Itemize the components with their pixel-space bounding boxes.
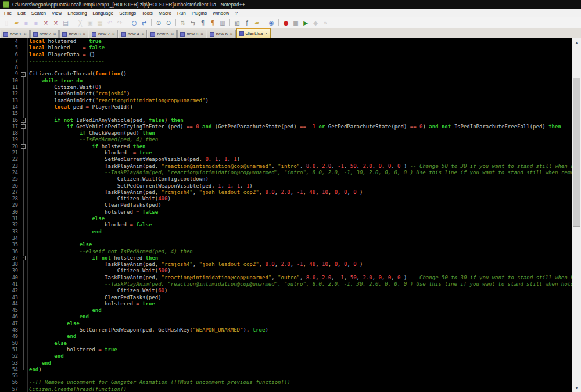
title-bar[interactable]: C:\Users\vegan\AppData\Local\Temp\Temp1_… bbox=[0, 0, 581, 9]
line-number: 38 bbox=[0, 261, 18, 268]
fold-collapse-icon[interactable]: - bbox=[21, 72, 26, 77]
fold-collapse-icon[interactable]: - bbox=[21, 124, 26, 129]
fold-collapse-icon[interactable]: - bbox=[21, 144, 26, 149]
show-all-characters-icon[interactable]: ¶ bbox=[208, 19, 217, 27]
tab-new-4[interactable]: new 4× bbox=[119, 30, 148, 38]
sync-horizontal-icon[interactable]: ⇆ bbox=[188, 19, 198, 27]
line-number: 45 bbox=[0, 307, 18, 314]
find-icon[interactable]: ○ bbox=[130, 19, 139, 27]
line-number: 15 bbox=[0, 110, 18, 117]
indent-guide-icon[interactable]: ▥ bbox=[218, 19, 227, 27]
tab-close-icon[interactable]: × bbox=[200, 32, 203, 37]
fold-collapse-icon[interactable]: - bbox=[21, 118, 26, 123]
line-number: 30 bbox=[0, 209, 18, 215]
tab-label: new 7 bbox=[98, 31, 110, 37]
copy-icon[interactable]: ▣ bbox=[85, 19, 95, 27]
code-line: TaskPlayAnim(ped, "rcmjosh4", "josh_lead… bbox=[29, 261, 572, 268]
tab-close-icon[interactable]: × bbox=[230, 32, 233, 37]
open-folder-icon[interactable]: ▰ bbox=[12, 19, 21, 27]
menu-item-window[interactable]: Window bbox=[210, 9, 232, 17]
menu-item-edit[interactable]: Edit bbox=[15, 9, 28, 17]
tab-new-2[interactable]: new 2× bbox=[30, 30, 59, 38]
line-number: 39 bbox=[0, 268, 18, 274]
code-view[interactable]: local holstered = truelocal blocked = fa… bbox=[28, 38, 572, 392]
code-line: holstered = false bbox=[29, 209, 572, 215]
replace-icon[interactable]: ⇄ bbox=[139, 19, 149, 27]
tab-close-icon[interactable]: × bbox=[265, 31, 268, 36]
scroll-up-arrow-icon[interactable]: ▲ bbox=[572, 38, 581, 47]
line-number: 33 bbox=[0, 229, 18, 235]
print-icon[interactable]: ▤ bbox=[61, 19, 70, 27]
code-line: TaskPlayAnim(ped, "reaction@intimidation… bbox=[29, 275, 572, 281]
tab-close-icon[interactable]: × bbox=[53, 32, 56, 37]
menu-item-encoding[interactable]: Encoding bbox=[64, 9, 89, 17]
tab-label: new 3 bbox=[69, 31, 80, 37]
tab-new-7[interactable]: new 7× bbox=[89, 30, 118, 38]
redo-icon[interactable]: ↷ bbox=[115, 19, 124, 27]
tab-close-icon[interactable]: × bbox=[142, 32, 145, 37]
editor-area[interactable]: 4567891011121314151617181920212223242526… bbox=[0, 38, 581, 392]
line-number: 7 bbox=[0, 58, 18, 64]
playback-macro-icon[interactable]: ▶ bbox=[301, 19, 310, 27]
fold-collapse-icon[interactable]: - bbox=[21, 256, 26, 260]
code-line: end bbox=[29, 229, 572, 235]
tab-new-8[interactable]: new 8× bbox=[177, 30, 206, 38]
menu-item-plugins[interactable]: Plugins bbox=[189, 9, 210, 17]
line-number: 56 bbox=[0, 379, 18, 386]
cut-icon[interactable]: ╳ bbox=[76, 19, 85, 27]
scrollbar-thumb[interactable] bbox=[573, 78, 580, 227]
line-number: 28 bbox=[0, 196, 18, 202]
tab-new-6[interactable]: new 6× bbox=[207, 30, 236, 38]
menu-item-run[interactable]: Run bbox=[174, 9, 189, 17]
save-icon[interactable]: ▪ bbox=[21, 19, 31, 27]
tab-new-1[interactable]: new 1× bbox=[1, 30, 30, 38]
close-all-icon[interactable]: × bbox=[51, 19, 60, 27]
toolbar-separator bbox=[264, 19, 264, 26]
line-number: 20 bbox=[0, 143, 18, 150]
tab-new-3[interactable]: new 3× bbox=[59, 30, 88, 38]
record-macro-icon[interactable]: ● bbox=[281, 19, 290, 27]
menu-item-search[interactable]: Search bbox=[28, 9, 49, 17]
line-number: 11 bbox=[0, 84, 18, 91]
close-icon[interactable]: × bbox=[41, 19, 51, 27]
monitoring-eye-icon[interactable]: ◉ bbox=[267, 19, 276, 27]
menu-item-view[interactable]: View bbox=[49, 9, 64, 17]
save-all-icon[interactable]: ▪ bbox=[31, 19, 41, 27]
function-list-icon[interactable]: ƒ bbox=[242, 19, 252, 27]
line-number: 51 bbox=[0, 347, 18, 353]
folder-as-workspace-icon[interactable]: ▰ bbox=[252, 19, 261, 27]
toolbar-separator bbox=[73, 19, 73, 26]
sync-vertical-icon[interactable]: ⇅ bbox=[178, 19, 188, 27]
tab-client-lua[interactable]: client.lua× bbox=[236, 28, 271, 38]
menu-item-help[interactable]: ? bbox=[232, 9, 240, 17]
save-macro-icon[interactable]: ◆ bbox=[311, 19, 320, 27]
tab-new-5[interactable]: new 5× bbox=[148, 30, 177, 38]
code-line: Citizen.CreateThread(function() bbox=[29, 71, 572, 77]
new-file-icon[interactable]: ▯ bbox=[2, 19, 11, 27]
saved-file-icon bbox=[33, 32, 38, 37]
word-wrap-icon[interactable]: ¶ bbox=[198, 19, 207, 27]
menu-item-macro[interactable]: Macro bbox=[156, 9, 174, 17]
line-number: 44 bbox=[0, 301, 18, 307]
document-map-icon[interactable]: ▧ bbox=[232, 19, 242, 27]
menu-item-file[interactable]: File bbox=[1, 9, 15, 17]
tab-close-icon[interactable]: × bbox=[24, 32, 27, 37]
menu-item-tools[interactable]: Tools bbox=[139, 9, 156, 17]
stop-recording-icon[interactable]: ■ bbox=[291, 19, 300, 27]
menu-item-settings[interactable]: Settings bbox=[116, 9, 139, 17]
scroll-down-arrow-icon[interactable]: ▼ bbox=[572, 383, 581, 392]
zoom-out-icon[interactable]: ⊖ bbox=[164, 19, 173, 27]
gutter[interactable]: 4567891011121314151617181920212223242526… bbox=[0, 38, 28, 392]
paste-icon[interactable]: ▦ bbox=[95, 19, 105, 27]
menu-item-language[interactable]: Language bbox=[90, 9, 117, 17]
undo-icon[interactable]: ↶ bbox=[105, 19, 114, 27]
toolbar-separator bbox=[278, 19, 279, 26]
tab-close-icon[interactable]: × bbox=[83, 32, 85, 37]
zoom-in-icon[interactable]: ⊕ bbox=[154, 19, 163, 27]
run-macro-multiple-icon[interactable]: » bbox=[321, 19, 330, 27]
tab-close-icon[interactable]: × bbox=[171, 32, 174, 37]
code-line: local PlayerData = {} bbox=[29, 52, 572, 58]
saved-file-icon bbox=[92, 32, 96, 37]
tab-close-icon[interactable]: × bbox=[112, 32, 115, 37]
vertical-scrollbar[interactable]: ▲ ▼ bbox=[572, 38, 581, 392]
